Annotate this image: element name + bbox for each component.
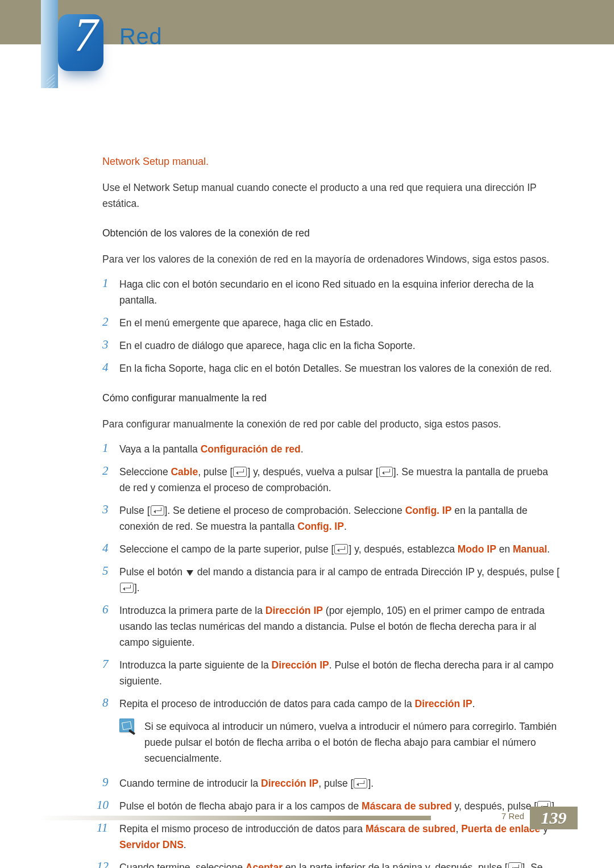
ui-term: Manual (513, 543, 547, 555)
section-heading: Network Setup manual. (102, 153, 562, 169)
step-text: Seleccione el campo de la parte superior… (119, 543, 550, 555)
ui-term: Dirección IP (261, 778, 318, 789)
step-text: En el cuadro de diálogo que aparece, hag… (119, 340, 416, 351)
step-text: Repita el proceso de introducción de dat… (119, 698, 475, 709)
step-text: Introduzca la primera parte de la Direcc… (119, 605, 545, 648)
step-item: 4 Seleccione el campo de la parte superi… (102, 541, 562, 557)
ui-term: Config. IP (297, 521, 344, 532)
step-number: 9 (102, 774, 109, 790)
step-text: Pulse []. Se detiene el proceso de compr… (119, 505, 528, 532)
step-number: 4 (102, 359, 109, 375)
page-content: Network Setup manual. Use el Network Set… (102, 153, 562, 868)
step-text: En la ficha Soporte, haga clic en el bot… (119, 363, 552, 374)
page-number: 139 (530, 807, 578, 829)
ui-term: Modo IP (458, 543, 496, 555)
subsection-heading-1: Obtención de los valores de la conexión … (102, 225, 562, 241)
chapter-title: Red (119, 24, 162, 49)
footer-gradient (39, 816, 431, 820)
chapter-badge: 7 (58, 14, 103, 71)
step-item: 7 Introduzca la parte siguiente de la Di… (102, 657, 562, 689)
footer-page-box: 139 (530, 807, 578, 829)
step-item: 3 Pulse []. Se detiene el proceso de com… (102, 502, 562, 534)
step-item: 2 Seleccione Cable, pulse [] y, después,… (102, 464, 562, 496)
steps-list-1: 1Haga clic con el botón secundario en el… (102, 276, 562, 376)
ui-term: Servidor DNS (119, 839, 184, 850)
subsection-intro-1: Para ver los valores de la conexión de r… (102, 251, 562, 267)
step-text: Seleccione Cable, pulse [] y, después, v… (119, 466, 548, 493)
step-item: 4En la ficha Soporte, haga clic en el bo… (102, 360, 562, 376)
enter-icon (151, 505, 164, 516)
step-item: 3En el cuadro de diálogo que aparece, ha… (102, 338, 562, 354)
step-number: 12 (97, 858, 109, 868)
step-number: 5 (102, 563, 109, 579)
page-footer: 7 Red 139 (39, 810, 578, 829)
step-number: 3 (102, 337, 109, 352)
ui-term: Configuración de red (201, 443, 301, 455)
step-number: 3 (102, 501, 109, 517)
note-icon (119, 719, 134, 732)
step-text: Cuando termine, seleccione Aceptar en la… (119, 862, 543, 868)
ui-term: Cable (171, 466, 198, 477)
step-text: En el menú emergente que aparece, haga c… (119, 317, 374, 329)
subsection-intro-2: Para configurar manualmente la conexión … (102, 416, 562, 432)
ui-term: Dirección IP (265, 605, 323, 616)
step-number: 1 (102, 440, 109, 456)
step-number: 8 (102, 695, 109, 711)
step-item: 5 Pulse el botón del mando a distancia p… (102, 564, 562, 596)
chapter-number: 7 (74, 7, 98, 63)
step-item: 8 Repita el proceso de introducción de d… (102, 696, 562, 712)
ui-term: Config. IP (405, 505, 452, 516)
step-number: 2 (102, 314, 109, 330)
enter-icon (379, 467, 393, 477)
enter-icon (120, 583, 134, 593)
ui-term: Dirección IP (272, 659, 329, 671)
step-number: 1 (102, 275, 109, 291)
ui-term: Dirección IP (415, 698, 472, 709)
down-arrow-icon (186, 570, 193, 576)
step-item: 12 Cuando termine, seleccione Aceptar en… (102, 859, 562, 868)
step-text: Haga clic con el botón secundario en el … (119, 279, 534, 306)
step-item: 9 Cuando termine de introducir la Direcc… (102, 775, 562, 791)
section-intro: Use el Network Setup manual cuando conec… (102, 180, 562, 211)
ui-term: Aceptar (246, 862, 283, 868)
steps-list-2: 1 Vaya a la pantalla Configuración de re… (102, 441, 562, 868)
step-number: 7 (102, 656, 109, 672)
note-text: Si se equivoca al introducir un número, … (144, 719, 562, 766)
step-item: 1Haga clic con el botón secundario en el… (102, 276, 562, 308)
step-text: Cuando termine de introducir la Direcció… (119, 778, 374, 789)
enter-icon (508, 862, 522, 868)
step-text: Pulse el botón del mando a distancia par… (119, 566, 559, 593)
left-accent-strip (41, 0, 58, 88)
step-number: 4 (102, 540, 109, 556)
note-block: Si se equivoca al introducir un número, … (102, 719, 562, 766)
enter-icon (354, 778, 367, 788)
footer-chapter-label: 7 Red (501, 811, 524, 821)
enter-icon (233, 467, 247, 477)
enter-icon (334, 544, 348, 554)
step-item: 6 Introduzca la primera parte de la Dire… (102, 603, 562, 650)
step-number: 6 (102, 601, 109, 617)
step-number: 2 (102, 463, 109, 479)
step-item: 1 Vaya a la pantalla Configuración de re… (102, 441, 562, 457)
subsection-heading-2: Cómo configurar manualmente la red (102, 390, 562, 406)
step-text: Introduzca la parte siguiente de la Dire… (119, 659, 554, 687)
step-text: Vaya a la pantalla Configuración de red. (119, 443, 304, 455)
step-item: 2En el menú emergente que aparece, haga … (102, 315, 562, 331)
